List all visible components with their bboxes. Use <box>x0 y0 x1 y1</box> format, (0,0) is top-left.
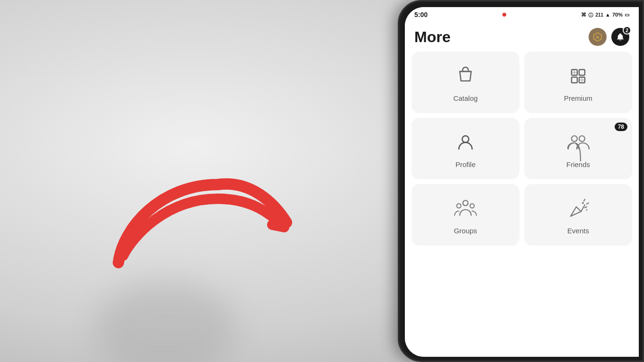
svg-point-9 <box>572 136 577 141</box>
robux-icon: R <box>592 32 603 42</box>
svg-rect-6 <box>572 77 577 83</box>
events-label: Events <box>567 227 589 235</box>
friends-menu-item[interactable]: 78 Friends <box>524 118 632 179</box>
notification-badge: 2 <box>623 26 631 35</box>
bluetooth-icon: ⌘ <box>581 12 586 18</box>
profile-label: Profile <box>456 160 476 168</box>
wifi-icon: ㊁ <box>588 11 593 18</box>
data-icon: 211 <box>595 12 603 18</box>
bell-icon <box>616 33 625 41</box>
svg-point-13 <box>470 203 474 208</box>
svg-point-10 <box>579 136 585 141</box>
catalog-menu-item[interactable]: Catalog <box>411 52 519 113</box>
app-content: More R 2 <box>405 20 639 357</box>
page-title: More <box>414 28 450 46</box>
premium-menu-item[interactable]: Premium <box>524 52 632 113</box>
catalog-icon <box>454 65 477 89</box>
recording-dot <box>502 13 506 17</box>
friends-label: Friends <box>566 160 590 168</box>
catalog-label: Catalog <box>453 94 478 102</box>
events-icon <box>567 197 590 222</box>
friends-icon <box>566 131 590 156</box>
svg-rect-5 <box>579 70 585 75</box>
phone-frame: 5:00 ⌘ ㊁ 211 ▲ 70% ▭ More <box>398 0 644 362</box>
groups-menu-item[interactable]: Groups <box>411 184 519 246</box>
premium-label: Premium <box>564 94 592 102</box>
svg-point-11 <box>463 200 468 205</box>
battery-icon: ▭ <box>625 12 629 18</box>
profile-menu-item[interactable]: Profile <box>411 118 519 179</box>
groups-icon <box>453 197 478 222</box>
profile-icon <box>454 131 477 156</box>
svg-text:R: R <box>596 35 599 40</box>
groups-label: Groups <box>454 227 477 235</box>
svg-point-12 <box>457 203 461 208</box>
phone-screen: 5:00 ⌘ ㊁ 211 ▲ 70% ▭ More <box>405 7 639 357</box>
friends-badge: 78 <box>615 123 627 131</box>
status-icons: ⌘ ㊁ 211 ▲ 70% ▭ <box>581 11 629 18</box>
svg-point-8 <box>462 136 469 142</box>
premium-icon <box>567 65 590 89</box>
header-icons: R 2 <box>589 28 629 46</box>
signal-icon: ▲ <box>605 12 610 18</box>
notification-button[interactable]: 2 <box>611 28 629 46</box>
events-menu-item[interactable]: Events <box>524 184 632 246</box>
battery-text: 70% <box>612 12 623 18</box>
svg-point-14 <box>582 202 584 204</box>
robux-button[interactable]: R <box>589 28 607 46</box>
app-header: More R 2 <box>405 20 639 52</box>
status-bar: 5:00 ⌘ ㊁ 211 ▲ 70% ▭ <box>405 7 639 20</box>
menu-grid: Catalog <box>405 52 639 252</box>
status-time: 5:00 <box>414 11 428 18</box>
